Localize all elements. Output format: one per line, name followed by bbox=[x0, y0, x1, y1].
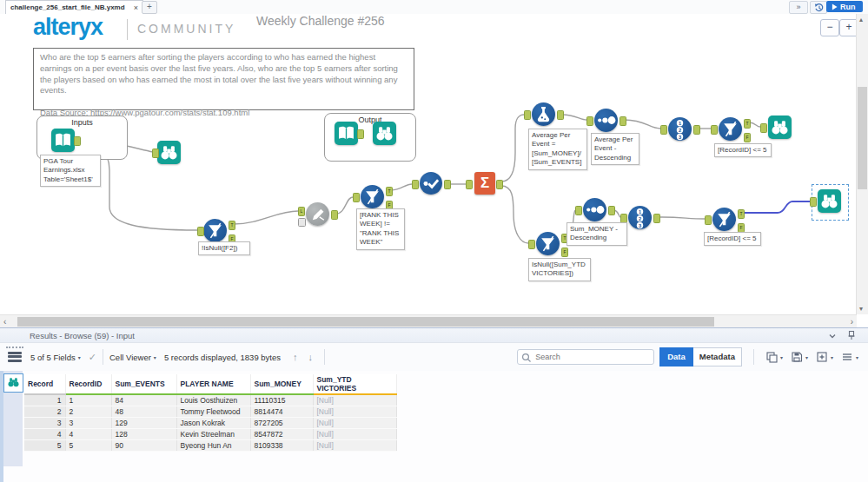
annotation-filter-top5-a[interactable]: [RecordID] <= 5 bbox=[714, 143, 772, 157]
canvas-horizontal-scrollbar[interactable]: ‹ › bbox=[0, 314, 857, 328]
cell[interactable]: 2 bbox=[24, 406, 65, 418]
col-header-recordid[interactable]: RecordID bbox=[65, 374, 111, 394]
output-book-tool[interactable] bbox=[335, 122, 358, 145]
new-tab-button[interactable]: + bbox=[142, 1, 157, 14]
comment-box[interactable]: Who are the top 5 earners after sorting … bbox=[33, 48, 414, 110]
cell[interactable]: [Null] bbox=[313, 406, 396, 418]
cell[interactable]: Jason Kokrak bbox=[176, 418, 250, 429]
metadata-view-button[interactable]: Metadata bbox=[693, 347, 742, 366]
cell-viewer-dropdown[interactable]: Cell Viewer bbox=[109, 353, 151, 362]
browse-tool-selected[interactable] bbox=[818, 189, 841, 213]
col-header-sum-events[interactable]: Sum_EVENTS bbox=[111, 374, 176, 394]
tab-close-icon[interactable]: × bbox=[134, 3, 138, 12]
browse-corner-button[interactable] bbox=[3, 373, 23, 393]
cell[interactable]: [Null] bbox=[313, 394, 396, 406]
apply-check-icon[interactable]: ✓ bbox=[89, 352, 96, 363]
cell[interactable]: 1 bbox=[24, 394, 65, 406]
record-id-tool-b[interactable] bbox=[628, 206, 652, 229]
filter-tool-f2[interactable] bbox=[203, 219, 227, 242]
cell[interactable]: 8814474 bbox=[250, 406, 313, 418]
select-tool[interactable] bbox=[420, 172, 442, 195]
results-title-bar[interactable]: Results - Browse (59) - Input bbox=[0, 328, 868, 343]
sort-tool-avg[interactable] bbox=[594, 109, 618, 132]
cell[interactable]: 2 bbox=[65, 406, 111, 418]
output-browse-tool[interactable] bbox=[373, 122, 396, 145]
cell[interactable]: 3 bbox=[65, 418, 111, 429]
annotation-input[interactable]: PGA Tour Earnings.xlsx Table='Sheet1$' bbox=[40, 155, 101, 187]
filter-tool-rank[interactable] bbox=[361, 185, 384, 208]
col-header-sum-money[interactable]: Sum_MONEY bbox=[250, 374, 313, 394]
scroll-down-icon[interactable]: ▾ bbox=[859, 305, 863, 313]
cell[interactable]: 48 bbox=[111, 406, 176, 418]
table-layout-button[interactable] bbox=[6, 347, 23, 367]
scroll-right-icon[interactable]: › bbox=[851, 317, 853, 327]
inputs-container[interactable]: Inputs bbox=[36, 116, 128, 160]
workflow-tab[interactable]: challenge_256_start_file_NB.yxmd × bbox=[5, 0, 143, 14]
search-input[interactable] bbox=[517, 349, 654, 365]
cell[interactable]: Byeong Hun An bbox=[176, 440, 250, 452]
cell[interactable]: 8547872 bbox=[250, 429, 313, 440]
pin-panel-button[interactable] bbox=[845, 330, 858, 341]
col-header-sum-ytd[interactable]: Sum_YTD VICTORIES bbox=[313, 374, 396, 394]
cell[interactable]: 11110315 bbox=[250, 394, 313, 406]
prev-record-button[interactable]: ↑ bbox=[293, 352, 298, 362]
vertical-scroll-thumb[interactable] bbox=[858, 87, 867, 189]
cell[interactable]: 129 bbox=[111, 418, 176, 429]
new-window-button[interactable]: ▾ bbox=[816, 351, 836, 363]
table-row[interactable]: 1 1 84 Louis Oosthuizen 11110315 [Null] bbox=[24, 394, 396, 406]
annotation-filter-rank[interactable]: [RANK THIS WEEK] != "RANK THIS WEEK" bbox=[356, 208, 405, 250]
col-header-player-name[interactable]: PLAYER NAME bbox=[176, 374, 250, 394]
filter-tool-null[interactable] bbox=[536, 232, 560, 255]
dynamic-rename-tool[interactable] bbox=[306, 202, 329, 226]
horizontal-scroll-thumb[interactable] bbox=[17, 317, 714, 327]
cell[interactable]: 5 bbox=[65, 440, 111, 452]
history-button[interactable] bbox=[810, 1, 827, 14]
cell[interactable]: [Null] bbox=[313, 429, 396, 440]
chevron-down-icon[interactable]: ▾ bbox=[154, 354, 156, 360]
annotation-filter-top5-b[interactable]: [RecordID] <= 5 bbox=[704, 232, 761, 246]
cell[interactable]: 8109338 bbox=[250, 440, 313, 452]
zoom-out-button[interactable]: − bbox=[820, 19, 839, 36]
cell[interactable]: 5 bbox=[24, 440, 65, 452]
formula-tool[interactable] bbox=[532, 102, 555, 126]
browse-tool-top5-a[interactable] bbox=[768, 116, 792, 139]
col-header-record[interactable]: Record bbox=[24, 374, 65, 394]
scroll-left-icon[interactable]: ‹ bbox=[3, 317, 6, 327]
sort-tool-money[interactable] bbox=[583, 198, 606, 221]
table-row[interactable]: 3 3 129 Jason Kokrak 8727205 [Null] bbox=[24, 418, 396, 429]
options-menu-button[interactable]: ▾ bbox=[841, 351, 861, 363]
filter-tool-top5-b[interactable] bbox=[712, 208, 736, 231]
workflow-canvas[interactable]: alteryx COMMUNITY Weekly Challenge #256 … bbox=[0, 14, 868, 314]
cell[interactable]: 1 bbox=[65, 394, 111, 406]
cell[interactable]: 4 bbox=[65, 429, 111, 440]
table-row[interactable]: 4 4 128 Kevin Streelman 8547872 [Null] bbox=[24, 429, 396, 440]
collapse-panel-button[interactable] bbox=[826, 330, 838, 341]
cell[interactable]: 90 bbox=[111, 440, 176, 452]
fields-dropdown[interactable]: 5 of 5 Fields bbox=[30, 353, 76, 362]
chevron-down-icon[interactable]: ▾ bbox=[78, 354, 81, 360]
data-view-button[interactable]: Data bbox=[659, 347, 693, 366]
next-record-button[interactable]: ↓ bbox=[308, 352, 314, 362]
cell[interactable]: Tommy Fleetwood bbox=[176, 406, 250, 418]
cell[interactable]: 4 bbox=[24, 429, 65, 440]
cell[interactable]: [Null] bbox=[313, 418, 396, 429]
save-button[interactable]: ▾ bbox=[791, 351, 811, 363]
table-row[interactable]: 5 5 90 Byeong Hun An 8109338 [Null] bbox=[24, 440, 396, 452]
summarize-tool[interactable]: Σ bbox=[474, 172, 495, 195]
copy-button[interactable]: ▾ bbox=[765, 351, 785, 363]
record-id-tool-a[interactable] bbox=[668, 117, 692, 141]
browse-tool-input[interactable] bbox=[157, 141, 181, 164]
cell[interactable]: 128 bbox=[111, 429, 176, 440]
annotation-filter-f2[interactable]: !IsNull([F2]) bbox=[198, 241, 250, 255]
cell[interactable]: Louis Oosthuizen bbox=[176, 394, 250, 406]
annotation-sort-money[interactable]: Sum_MONEY - Descending bbox=[567, 222, 627, 246]
cell[interactable]: [Null] bbox=[313, 440, 396, 452]
cell[interactable]: Kevin Streelman bbox=[176, 429, 250, 440]
cell[interactable]: 3 bbox=[24, 418, 65, 429]
cell[interactable]: 84 bbox=[111, 394, 176, 406]
scroll-up-icon[interactable]: ▴ bbox=[859, 16, 863, 23]
toolbar-overflow-button[interactable]: » bbox=[789, 1, 808, 14]
selected-connection[interactable] bbox=[743, 201, 810, 213]
annotation-sort-avg[interactable]: Average Per Event - Descending bbox=[591, 133, 639, 165]
annotation-filter-null[interactable]: IsNull([Sum_YTD VICTORIES]) bbox=[528, 258, 591, 281]
